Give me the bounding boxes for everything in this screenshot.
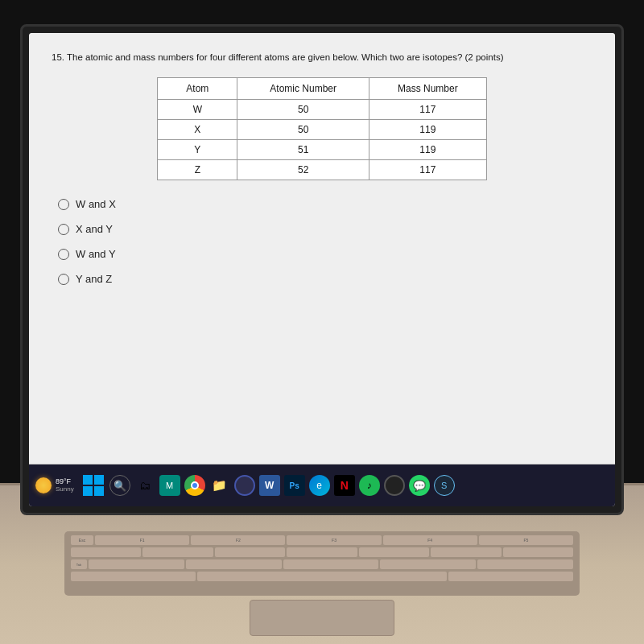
option-row-1[interactable]: X and Y — [58, 223, 592, 235]
col-atomic-number: Atomic Number — [237, 78, 369, 100]
file-explorer-icon[interactable]: 🗂 — [134, 475, 155, 496]
chrome-icon[interactable] — [184, 475, 205, 496]
weather-condition: Sunny — [56, 486, 74, 493]
table-row: W50117 — [158, 100, 486, 120]
key-w[interactable] — [186, 559, 282, 569]
key-3[interactable] — [287, 547, 357, 557]
folder-icon[interactable]: 📁 — [209, 475, 230, 496]
windows-button[interactable] — [83, 475, 104, 496]
edge-icon[interactable]: e — [309, 475, 330, 496]
weather-widget[interactable]: 89°F Sunny — [35, 477, 74, 493]
atoms-table: Atom Atomic Number Mass Number W50117X50… — [157, 77, 486, 180]
key-2[interactable] — [215, 547, 285, 557]
key-tilde[interactable] — [71, 547, 141, 557]
spotify-icon[interactable]: ♪ — [359, 475, 380, 496]
table-row: X50119 — [158, 120, 486, 140]
cell-atomic-number: 51 — [237, 140, 369, 160]
radio-button[interactable] — [58, 274, 69, 285]
radio-button[interactable] — [58, 199, 69, 210]
cell-atom: Z — [158, 160, 237, 180]
key-f1[interactable]: F1 — [95, 535, 189, 545]
data-table-wrapper: Atom Atomic Number Mass Number W50117X50… — [52, 77, 592, 180]
cell-atom: X — [158, 120, 237, 140]
netflix-icon[interactable]: N — [334, 475, 355, 496]
key-f5[interactable]: F5 — [479, 535, 573, 545]
cell-mass-number: 117 — [369, 160, 487, 180]
key-4[interactable] — [359, 547, 429, 557]
key-esc[interactable]: Esc — [71, 535, 93, 545]
option-label-3: Y and Z — [76, 273, 112, 285]
weather-info: 89°F Sunny — [56, 478, 74, 493]
col-mass-number: Mass Number — [369, 78, 487, 100]
cell-atom: Y — [158, 140, 237, 160]
key-q[interactable] — [89, 559, 184, 569]
weather-icon — [35, 477, 52, 493]
app-icon-1[interactable] — [384, 475, 405, 496]
key-6[interactable] — [503, 547, 573, 557]
option-label-2: W and Y — [76, 248, 116, 260]
option-row-0[interactable]: W and X — [58, 198, 592, 210]
cell-atom: W — [158, 100, 237, 120]
key-f3[interactable]: F3 — [287, 535, 381, 545]
search-button[interactable]: 🔍 — [109, 475, 130, 496]
table-row: Y51119 — [158, 140, 486, 160]
col-atom: Atom — [158, 78, 237, 100]
cell-atomic-number: 50 — [237, 120, 369, 140]
key-1[interactable] — [142, 547, 213, 557]
meet-icon[interactable]: M — [159, 475, 180, 496]
taskbar: 89°F Sunny 🔍 🗂 M 📁 — [29, 464, 615, 506]
trackpad[interactable] — [250, 600, 394, 636]
option-label-1: X and Y — [76, 223, 113, 235]
key-space[interactable] — [197, 572, 447, 581]
options-container: W and XX and YW and YY and Z — [52, 198, 592, 285]
key-tab[interactable]: Tab — [71, 559, 87, 569]
photoshop-icon[interactable]: Ps — [284, 475, 305, 496]
key-r[interactable] — [380, 559, 476, 569]
whatsapp-icon[interactable]: 💬 — [409, 475, 430, 496]
key-f2[interactable]: F2 — [191, 535, 285, 545]
question-text: 15. The atomic and mass numbers for four… — [52, 51, 592, 64]
cell-mass-number: 117 — [369, 100, 487, 120]
steam-icon[interactable]: S — [434, 475, 455, 496]
key-e[interactable] — [283, 559, 379, 569]
word-icon[interactable]: W — [259, 475, 280, 496]
option-row-3[interactable]: Y and Z — [58, 273, 592, 285]
key-f4[interactable]: F4 — [383, 535, 477, 545]
circle-app-icon[interactable] — [234, 475, 255, 496]
key-bottom-2[interactable] — [448, 572, 573, 581]
key-5[interactable] — [431, 547, 501, 557]
radio-button[interactable] — [58, 249, 69, 260]
cell-mass-number: 119 — [369, 120, 487, 140]
table-row: Z52117 — [158, 160, 486, 180]
option-label-0: W and X — [76, 198, 116, 210]
cell-atomic-number: 50 — [237, 100, 369, 120]
key-t[interactable] — [477, 559, 573, 569]
cell-atomic-number: 52 — [237, 160, 369, 180]
option-row-2[interactable]: W and Y — [58, 248, 592, 260]
radio-button[interactable] — [58, 224, 69, 235]
cell-mass-number: 119 — [369, 140, 487, 160]
key-bottom-1[interactable] — [71, 572, 196, 581]
